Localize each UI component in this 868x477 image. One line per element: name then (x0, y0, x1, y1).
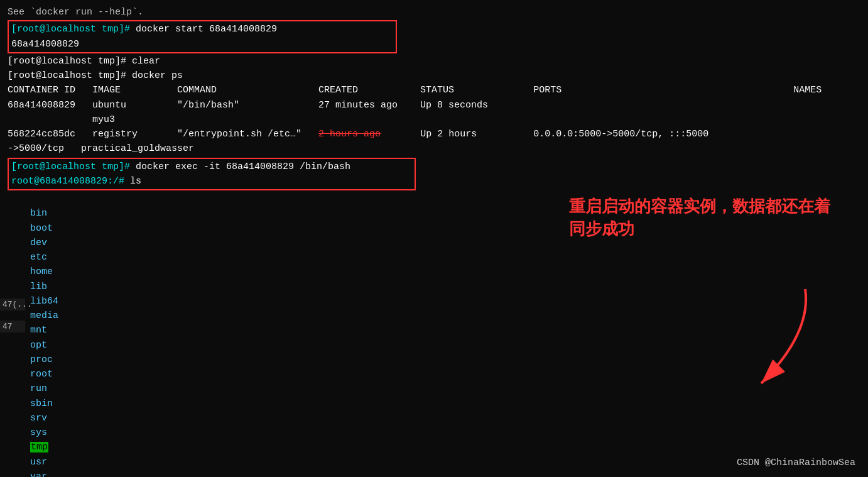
line-clear: [root@localhost tmp]# clear (8, 54, 860, 69)
table-row-2-ports: ->5000/tcp practical_goldwasser (8, 141, 860, 156)
line-docker-exec: [root@localhost tmp]# docker exec -it 68… (11, 160, 412, 174)
sidebar-bottom: 47 (0, 321, 25, 332)
watermark: CSDN @ChinaRainbowSea (737, 458, 855, 468)
line-docker-start: [root@localhost tmp]# docker start 68a41… (11, 22, 393, 36)
sidebar-number-1: 47(... (3, 300, 23, 309)
table-row-1-names: myu3 (8, 112, 860, 127)
line-ls-cmd: root@68a414008829:/# ls (11, 174, 412, 189)
annotation-line1: 重启启动的容器实例，数据都还在着 (569, 195, 830, 217)
annotation-line2: 同步成功 (569, 217, 830, 240)
annotation-block: 重启启动的容器实例，数据都还在着 同步成功 (569, 195, 830, 241)
sidebar-number-2: 47 (3, 322, 23, 331)
table-header: CONTAINER ID IMAGE COMMAND CREATED STATU… (8, 83, 860, 97)
annotation-arrow (711, 283, 837, 408)
sidebar-top: 47(... (0, 299, 25, 310)
line-docker-ps: [root@localhost tmp]# docker ps (8, 69, 860, 83)
table-row-2: 568224cc85dc registry "/entrypoint.sh /e… (8, 127, 860, 141)
box-docker-exec: [root@localhost tmp]# docker exec -it 68… (8, 158, 416, 191)
line-see-docker: See `docker run --help`. (8, 5, 860, 19)
box-docker-start: [root@localhost tmp]# docker start 68a41… (8, 20, 397, 53)
table-row-1: 68a414008829 ubuntu "/bin/bash" 27 minut… (8, 98, 860, 112)
line-container-id-output: 68a414008829 (11, 37, 393, 52)
